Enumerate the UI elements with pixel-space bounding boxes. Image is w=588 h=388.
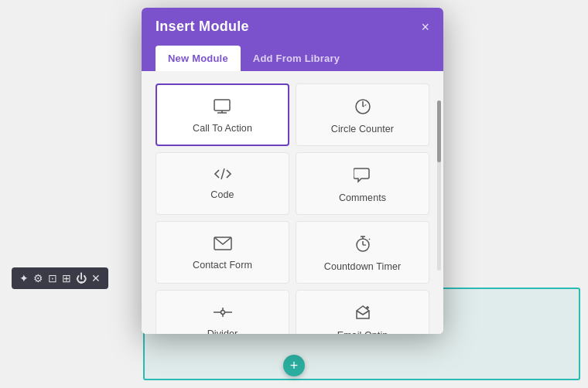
email-optin-icon xyxy=(354,305,372,324)
tab-new-module[interactable]: New Module xyxy=(156,46,241,71)
tab-add-from-library[interactable]: Add From Library xyxy=(241,46,352,71)
add-section-button[interactable]: + xyxy=(283,355,305,376)
comments-icon xyxy=(354,167,372,186)
module-label-code: Code xyxy=(210,189,234,200)
settings-icon[interactable]: ⚙ xyxy=(33,272,43,284)
countdown-timer-icon xyxy=(354,236,371,255)
circle-counter-icon xyxy=(354,98,371,117)
module-label-call-to-action: Call To Action xyxy=(193,123,252,134)
row-toolbar[interactable]: ✦ ⚙ ⊡ ⊞ ⏻ ✕ xyxy=(12,267,108,289)
module-item-countdown-timer[interactable]: Countdown Timer xyxy=(296,221,429,284)
svg-point-12 xyxy=(220,311,224,315)
grid-icon[interactable]: ⊞ xyxy=(62,272,71,284)
module-item-email-optin[interactable]: Email Optin xyxy=(296,290,429,334)
modal-title: Insert Module xyxy=(156,19,249,35)
modal-tabs: New Module Add From Library xyxy=(142,46,443,71)
modal-close-button[interactable]: × xyxy=(421,20,429,34)
module-label-email-optin: Email Optin xyxy=(337,330,388,334)
module-label-divider: Divider xyxy=(207,328,238,334)
module-label-comments: Comments xyxy=(339,192,386,203)
module-label-contact-form: Contact Form xyxy=(193,260,252,271)
module-label-countdown-timer: Countdown Timer xyxy=(324,261,401,272)
module-item-code[interactable]: Code xyxy=(156,152,289,215)
insert-module-modal: Insert Module × New Module Add From Libr… xyxy=(142,8,443,334)
modal-header: Insert Module × xyxy=(142,8,443,46)
divider-icon xyxy=(214,305,232,322)
delete-icon[interactable]: ✕ xyxy=(91,272,101,284)
module-item-contact-form[interactable]: Contact Form xyxy=(156,221,289,284)
power-icon[interactable]: ⏻ xyxy=(76,272,87,284)
module-grid: Call To Action Circle Counter xyxy=(142,71,443,334)
module-label-circle-counter: Circle Counter xyxy=(331,124,394,134)
modal-scrollbar-thumb xyxy=(437,100,441,162)
module-item-divider[interactable]: Divider xyxy=(156,290,289,334)
module-item-circle-counter[interactable]: Circle Counter xyxy=(296,83,429,146)
contact-form-icon xyxy=(214,236,232,254)
svg-rect-0 xyxy=(214,100,230,111)
move-icon[interactable]: ✦ xyxy=(19,272,29,284)
svg-line-4 xyxy=(221,168,224,179)
call-to-action-icon xyxy=(214,99,232,117)
module-item-comments[interactable]: Comments xyxy=(296,152,429,215)
duplicate-icon[interactable]: ⊡ xyxy=(48,272,57,284)
modal-scrollbar[interactable] xyxy=(437,100,441,271)
module-item-call-to-action[interactable]: Call To Action xyxy=(156,83,289,146)
code-icon xyxy=(214,167,232,183)
